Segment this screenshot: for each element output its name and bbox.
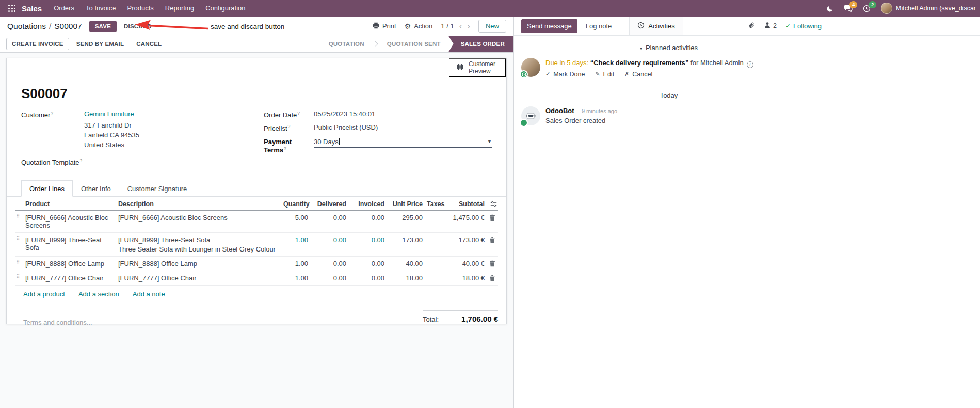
followers-button[interactable]: 2 [764, 22, 777, 30]
document-title: S00007 [21, 86, 492, 102]
action-button[interactable]: ⚙ Action [405, 22, 433, 30]
order-date-field[interactable]: 05/25/2023 15:40:01 [314, 110, 375, 118]
stage-sales-order[interactable]: SALES ORDER [448, 36, 513, 52]
quantity-cell[interactable]: 1.00 [281, 271, 310, 285]
description-cell[interactable]: [FURN_7777] Office Chair [116, 271, 281, 285]
handle-column [15, 198, 23, 203]
product-cell[interactable]: [FURN_8999] Three-Seat Sofa [23, 233, 116, 255]
customer-preview-button[interactable]: Customer Preview [449, 58, 506, 77]
quantity-cell[interactable]: 1.00 [281, 257, 310, 271]
delivered-cell[interactable]: 0.00 [310, 271, 348, 285]
taxes-cell[interactable] [425, 271, 445, 277]
taxes-cell[interactable] [425, 233, 445, 239]
delivered-cell[interactable]: 0.00 [310, 257, 348, 271]
delivered-cell[interactable]: 0.00 [310, 211, 348, 225]
drag-handle-icon[interactable]: ⠿ [15, 233, 23, 241]
unit-price-cell[interactable]: 40.00 [387, 257, 425, 271]
payment-terms-row: Payment Terms? 30 Days ▼ [264, 137, 492, 154]
delete-line-icon[interactable] [487, 271, 498, 281]
quantity-cell[interactable]: 1.00 [281, 233, 310, 247]
payment-terms-input[interactable]: 30 Days ▼ [314, 138, 492, 148]
followers-count: 2 [773, 22, 777, 29]
activities-tab[interactable]: Activities [629, 17, 683, 35]
drag-handle-icon[interactable]: ⠿ [15, 211, 23, 219]
user-menu[interactable]: Mitchell Admin (save_discar [881, 3, 976, 14]
add-product-link[interactable]: Add a product [23, 290, 65, 298]
app-name[interactable]: Sales [22, 4, 42, 13]
add-note-link[interactable]: Add a note [133, 290, 165, 298]
message-content: OdooBot - 9 minutes ago Sales Order crea… [545, 106, 617, 125]
breadcrumb-quotations[interactable]: Quotations [7, 22, 46, 31]
chevron-down-icon[interactable]: ▼ [487, 139, 492, 144]
tab-customer-signature[interactable]: Customer Signature [119, 180, 196, 197]
invoiced-cell[interactable]: 0.00 [348, 211, 387, 225]
unit-price-cell[interactable]: 295.00 [387, 211, 425, 225]
customer-link[interactable]: Gemini Furniture [84, 110, 139, 118]
tab-order-lines[interactable]: Order Lines [21, 180, 73, 197]
following-button[interactable]: ✓ Following [785, 22, 822, 30]
send-by-email-button[interactable]: SEND BY EMAIL [71, 38, 129, 50]
address-line: United States [84, 140, 139, 150]
delivered-cell[interactable]: 0.00 [310, 233, 348, 247]
menu-to-invoice[interactable]: To Invoice [80, 0, 122, 17]
drag-handle-icon[interactable]: ⠿ [15, 271, 23, 279]
invoiced-cell[interactable]: 0.00 [348, 271, 387, 285]
table-row[interactable]: ⠿ [FURN_8999] Three-Seat Sofa [FURN_8999… [15, 233, 498, 257]
log-note-button[interactable]: Log note [581, 20, 617, 33]
product-cell[interactable]: [FURN_8888] Office Lamp [23, 257, 116, 271]
tab-other-info[interactable]: Other Info [73, 180, 119, 197]
invoiced-cell[interactable]: 0.00 [348, 233, 387, 247]
stage-quotation[interactable]: QUOTATION [321, 36, 372, 52]
menu-products[interactable]: Products [121, 0, 159, 17]
info-icon[interactable]: i [747, 61, 753, 68]
cancel-activity-button[interactable]: ✗Cancel [624, 71, 652, 78]
product-cell[interactable]: [FURN_7777] Office Chair [23, 271, 116, 285]
description-cell[interactable]: [FURN_8999] Three-Seat Sofa Three Seater… [116, 233, 281, 256]
odoobot-avatar[interactable] [521, 106, 540, 125]
add-section-link[interactable]: Add a section [78, 290, 119, 298]
description-cell[interactable]: [FURN_8888] Office Lamp [116, 257, 281, 271]
new-button[interactable]: New [478, 20, 506, 33]
table-row[interactable]: ⠿ [FURN_8888] Office Lamp [FURN_8888] Of… [15, 257, 498, 271]
quotation-template-label: Quotation Template? [21, 158, 82, 166]
table-row[interactable]: ⠿ [FURN_6666] Acoustic Bloc Screens [FUR… [15, 211, 498, 233]
stage-quotation-sent[interactable]: QUOTATION SENT [379, 36, 448, 52]
table-row[interactable]: ⠿ [FURN_7777] Office Chair [FURN_7777] O… [15, 271, 498, 286]
activities-clock-icon[interactable]: 2 [863, 5, 871, 12]
taxes-cell[interactable] [425, 257, 445, 263]
send-message-button[interactable]: Send message [521, 19, 577, 33]
unit-price-cell[interactable]: 173.00 [387, 233, 425, 247]
delete-line-icon[interactable] [487, 257, 498, 267]
menu-orders[interactable]: Orders [48, 0, 80, 17]
drag-handle-icon[interactable]: ⠿ [15, 257, 23, 265]
menu-configuration[interactable]: Configuration [200, 0, 251, 17]
terms-placeholder[interactable]: Terms and conditions... [23, 319, 92, 326]
cancel-button[interactable]: CANCEL [131, 38, 167, 50]
edit-activity-button[interactable]: ✎Edit [595, 71, 614, 78]
moon-icon[interactable] [827, 5, 833, 12]
pager-previous-icon[interactable]: ‹ [459, 22, 462, 30]
product-cell[interactable]: [FURN_6666] Acoustic Bloc Screens [23, 211, 116, 232]
paperclip-icon[interactable] [748, 22, 755, 30]
discard-button[interactable]: DISCARD [120, 21, 156, 32]
menu-reporting[interactable]: Reporting [159, 0, 200, 17]
taxes-cell[interactable] [425, 211, 445, 217]
unit-price-cell[interactable]: 18.00 [387, 271, 425, 285]
quantity-cell[interactable]: 5.00 [281, 211, 310, 225]
create-invoice-button[interactable]: CREATE INVOICE [6, 38, 69, 50]
planned-activities-header[interactable]: ▾Planned activities [514, 44, 824, 52]
save-button[interactable]: SAVE [89, 21, 117, 32]
delete-line-icon[interactable] [487, 211, 498, 221]
activity-avatar[interactable] [521, 58, 540, 77]
description-cell[interactable]: [FURN_6666] Acoustic Bloc Screens [116, 211, 281, 225]
apps-menu-icon[interactable] [5, 0, 19, 17]
page-body: Quotations / S00007 SAVE DISCARD save an… [0, 17, 980, 408]
invoiced-cell[interactable]: 0.00 [348, 257, 387, 271]
mark-done-button[interactable]: ✓Mark Done [545, 71, 585, 78]
messages-icon[interactable]: 4 [844, 5, 853, 12]
pager-next-icon[interactable]: › [467, 22, 470, 30]
print-button[interactable]: Print [373, 22, 396, 30]
pricelist-field[interactable]: Public Pricelist (USD) [314, 123, 378, 131]
optional-columns-icon[interactable] [487, 198, 498, 207]
delete-line-icon[interactable] [487, 233, 498, 243]
